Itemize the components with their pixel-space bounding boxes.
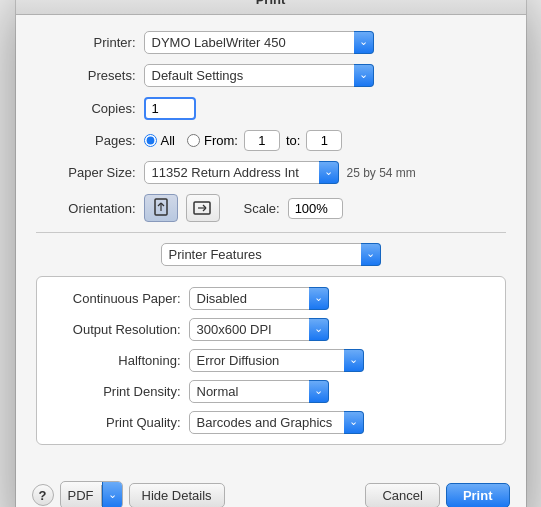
scale-label: Scale: (244, 201, 280, 216)
pages-label: Pages: (36, 133, 136, 148)
print-density-select-wrapper: Normal (189, 380, 329, 403)
cancel-button[interactable]: Cancel (365, 483, 439, 508)
print-dialog: Print Printer: DYMO LabelWriter 450 Pres… (16, 0, 526, 507)
continuous-paper-select-wrapper: Disabled (189, 287, 329, 310)
continuous-paper-select[interactable]: Disabled (189, 287, 329, 310)
pages-all-label: All (161, 133, 175, 148)
pages-from-option[interactable]: From: (187, 133, 238, 148)
print-button[interactable]: Print (446, 483, 510, 508)
paper-size-select-wrapper: 11352 Return Address Int (144, 161, 339, 184)
scale-input[interactable] (288, 198, 343, 219)
portrait-icon (153, 198, 169, 218)
continuous-paper-row: Continuous Paper: Disabled (51, 287, 491, 310)
halftoning-select[interactable]: Error Diffusion (189, 349, 364, 372)
halftoning-select-wrapper: Error Diffusion (189, 349, 364, 372)
halftoning-label: Halftoning: (51, 353, 181, 368)
landscape-button[interactable] (186, 194, 220, 222)
pages-row: Pages: All From: to: (36, 130, 506, 151)
printer-label: Printer: (36, 35, 136, 50)
output-resolution-row: Output Resolution: 300x600 DPI (51, 318, 491, 341)
print-density-label: Print Density: (51, 384, 181, 399)
output-resolution-select-wrapper: 300x600 DPI (189, 318, 329, 341)
output-resolution-select[interactable]: 300x600 DPI (189, 318, 329, 341)
presets-row: Presets: Default Settings (36, 64, 506, 87)
divider (36, 232, 506, 233)
output-resolution-label: Output Resolution: (51, 322, 181, 337)
orientation-label: Orientation: (36, 201, 136, 216)
help-button[interactable]: ? (32, 484, 54, 506)
printer-select-wrapper: DYMO LabelWriter 450 (144, 31, 374, 54)
paper-size-content: 11352 Return Address Int 25 by 54 mm (144, 161, 416, 184)
halftoning-row: Halftoning: Error Diffusion (51, 349, 491, 372)
presets-label: Presets: (36, 68, 136, 83)
orientation-content: Scale: (144, 194, 343, 222)
dialog-title: Print (16, 0, 526, 15)
printer-select[interactable]: DYMO LabelWriter 450 (144, 31, 374, 54)
pages-from-radio[interactable] (187, 134, 200, 147)
paper-size-row: Paper Size: 11352 Return Address Int 25 … (36, 161, 506, 184)
paper-size-label: Paper Size: (36, 165, 136, 180)
pdf-label: PDF (61, 485, 102, 506)
pages-options: All From: to: (144, 130, 343, 151)
printer-features-select-wrapper: Printer Features (161, 243, 381, 266)
presets-select-wrapper: Default Settings (144, 64, 374, 87)
continuous-paper-label: Continuous Paper: (51, 291, 181, 306)
pages-from-label: From: (204, 133, 238, 148)
pages-from-input[interactable] (244, 130, 280, 151)
portrait-button[interactable] (144, 194, 178, 222)
copies-label: Copies: (36, 101, 136, 116)
hide-details-button[interactable]: Hide Details (129, 483, 225, 508)
print-quality-select-wrapper: Barcodes and Graphics (189, 411, 364, 434)
presets-select[interactable]: Default Settings (144, 64, 374, 87)
printer-row: Printer: DYMO LabelWriter 450 (36, 31, 506, 54)
pdf-button[interactable]: PDF (60, 481, 123, 507)
paper-size-dims: 25 by 54 mm (347, 166, 416, 180)
pdf-arrow-icon (102, 482, 122, 507)
pages-all-option[interactable]: All (144, 133, 175, 148)
copies-row: Copies: (36, 97, 506, 120)
print-quality-select[interactable]: Barcodes and Graphics (189, 411, 364, 434)
print-quality-row: Print Quality: Barcodes and Graphics (51, 411, 491, 434)
printer-features-select[interactable]: Printer Features (161, 243, 381, 266)
pages-all-radio[interactable] (144, 134, 157, 147)
copies-input[interactable] (144, 97, 196, 120)
printer-features-row: Printer Features (36, 243, 506, 266)
bottom-bar: ? PDF Hide Details Cancel Print (16, 471, 526, 507)
print-density-select[interactable]: Normal (189, 380, 329, 403)
print-quality-label: Print Quality: (51, 415, 181, 430)
landscape-icon (193, 200, 213, 216)
features-box: Continuous Paper: Disabled Output Resolu… (36, 276, 506, 445)
pages-to-label: to: (286, 133, 300, 148)
orientation-row: Orientation: (36, 194, 506, 222)
pages-to-input[interactable] (306, 130, 342, 151)
paper-size-select[interactable]: 11352 Return Address Int (144, 161, 339, 184)
print-density-row: Print Density: Normal (51, 380, 491, 403)
